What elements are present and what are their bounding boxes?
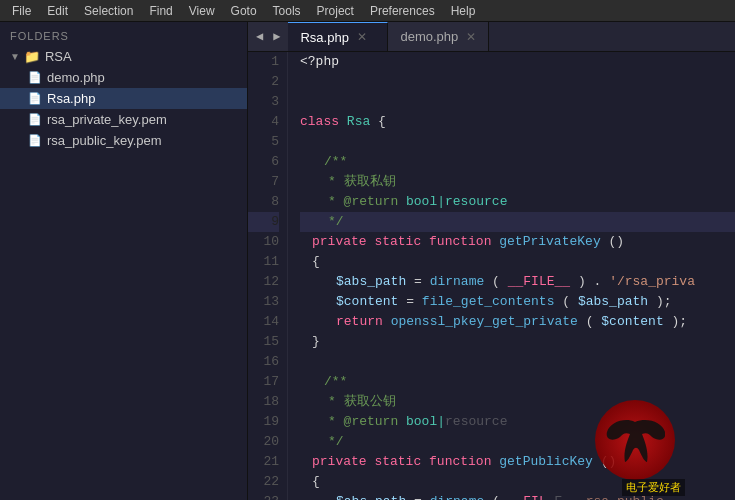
menu-find[interactable]: Find (141, 2, 180, 20)
menu-file[interactable]: File (4, 2, 39, 20)
code-line-15: } (300, 332, 735, 352)
code-line-17: /** (300, 372, 735, 392)
file-icon-demo: 📄 (28, 71, 42, 84)
tree-file-demo[interactable]: 📄 demo.php (0, 67, 247, 88)
tab-close-rsa[interactable]: ✕ (357, 30, 367, 44)
tree-folder-rsa[interactable]: ▼ 📁 RSA (0, 46, 247, 67)
code-line-19: * @return bool|resource (300, 412, 735, 432)
code-line-10: private static function getPrivateKey () (300, 232, 735, 252)
tab-rsa-php[interactable]: Rsa.php ✕ (288, 22, 388, 51)
code-editor: 1 2 3 4 5 6 7 8 9 10 11 12 13 14 15 16 1… (248, 52, 735, 500)
code-line-13: $content = file_get_contents ( $abs_path… (300, 292, 735, 312)
sidebar: FOLDERS ▼ 📁 RSA 📄 demo.php 📄 Rsa.php 📄 r… (0, 22, 248, 500)
file-icon-publickey: 📄 (28, 134, 42, 147)
menu-view[interactable]: View (181, 2, 223, 20)
folder-arrow-icon: ▼ (10, 51, 20, 62)
file-label-rsa: Rsa.php (47, 91, 95, 106)
tree-file-privatekey[interactable]: 📄 rsa_private_key.pem (0, 109, 247, 130)
file-icon-privatekey: 📄 (28, 113, 42, 126)
line-numbers: 1 2 3 4 5 6 7 8 9 10 11 12 13 14 15 16 1… (248, 52, 288, 500)
tabs-bar: Rsa.php ✕ demo.php ✕ (288, 22, 489, 52)
menu-preferences[interactable]: Preferences (362, 2, 443, 20)
code-line-3 (300, 92, 735, 112)
file-icon-rsa: 📄 (28, 92, 42, 105)
tab-demo-php[interactable]: demo.php ✕ (388, 22, 489, 51)
folders-header: FOLDERS (0, 22, 247, 46)
nav-forward-button[interactable]: ▶ (269, 27, 284, 46)
code-line-12: $abs_path = dirname ( __FILE__ ) . '/rsa… (300, 272, 735, 292)
code-line-22: { (300, 472, 735, 492)
code-line-23: $abs_path = dirname ( __FIL E__ rsa_publ… (300, 492, 735, 500)
menu-selection[interactable]: Selection (76, 2, 141, 20)
code-line-2 (300, 72, 735, 92)
file-label-publickey: rsa_public_key.pem (47, 133, 162, 148)
menu-bar: File Edit Selection Find View Goto Tools… (0, 0, 735, 22)
code-line-9: */ (300, 212, 735, 232)
code-line-4: class Rsa { (300, 112, 735, 132)
editor-area: ◀ ▶ Rsa.php ✕ demo.php ✕ 1 2 3 4 (248, 22, 735, 500)
code-line-14: return openssl_pkey_get_private ( $conte… (300, 312, 735, 332)
folder-label: RSA (45, 49, 72, 64)
nav-arrows: ◀ ▶ (248, 22, 288, 51)
tab-close-demo[interactable]: ✕ (466, 30, 476, 44)
menu-help[interactable]: Help (443, 2, 484, 20)
file-label-demo: demo.php (47, 70, 105, 85)
code-line-21: private static function getPublicKey () (300, 452, 735, 472)
main-layout: FOLDERS ▼ 📁 RSA 📄 demo.php 📄 Rsa.php 📄 r… (0, 22, 735, 500)
code-line-5 (300, 132, 735, 152)
code-line-8: * @return bool|resource (300, 192, 735, 212)
menu-project[interactable]: Project (309, 2, 362, 20)
code-line-6: /** (300, 152, 735, 172)
code-line-7: * 获取私钥 (300, 172, 735, 192)
tree-file-rsa[interactable]: 📄 Rsa.php (0, 88, 247, 109)
menu-edit[interactable]: Edit (39, 2, 76, 20)
tab-label-demo: demo.php (400, 29, 458, 44)
code-line-1: <?php (300, 52, 735, 72)
file-label-privatekey: rsa_private_key.pem (47, 112, 167, 127)
code-line-18: * 获取公钥 (300, 392, 735, 412)
folder-icon: 📁 (24, 49, 40, 64)
nav-back-button[interactable]: ◀ (252, 27, 267, 46)
menu-goto[interactable]: Goto (223, 2, 265, 20)
tree-file-publickey[interactable]: 📄 rsa_public_key.pem (0, 130, 247, 151)
code-line-16 (300, 352, 735, 372)
code-line-11: { (300, 252, 735, 272)
code-line-20: */ (300, 432, 735, 452)
tab-label-rsa: Rsa.php (300, 30, 348, 45)
code-content[interactable]: <?php class Rsa { /** * 获取私钥 (288, 52, 735, 500)
menu-tools[interactable]: Tools (265, 2, 309, 20)
